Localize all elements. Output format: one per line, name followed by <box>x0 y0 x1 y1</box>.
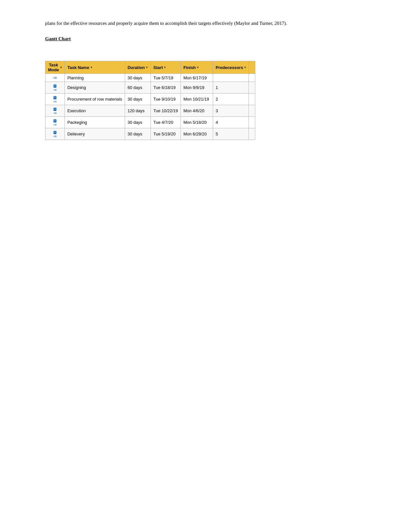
task-mode-cell: ≡ ⇒ <box>45 117 65 128</box>
task-mode-cell: ≡ ⇒ <box>45 105 65 117</box>
col-header-extra <box>249 61 255 74</box>
extra-col <box>249 128 255 140</box>
duration-cell: 120 days <box>125 105 151 117</box>
predecessors-cell <box>213 74 249 82</box>
duration-cell: 60 days <box>125 82 151 94</box>
finish-cell: Mon 5/18/20 <box>181 117 213 128</box>
predecessors-cell: 4 <box>213 117 249 128</box>
task-name-cell: Execution <box>64 105 125 117</box>
task-mode-cell: ≡ ⇒ <box>45 94 65 105</box>
task-name-cell: Designing <box>64 82 125 94</box>
col-header-start[interactable]: Start ▾ <box>151 61 181 74</box>
table-row: ≡ ⇒ Designing60 daysTue 6/18/19Mon 9/9/1… <box>45 82 255 94</box>
manual-schedule-icon: ≡ ⇒ <box>53 84 57 92</box>
finish-dropdown-icon[interactable]: ▾ <box>197 66 199 69</box>
auto-schedule-icon: ⇒ <box>53 75 57 81</box>
gantt-table: TaskMode ▾ Task Name ▾ Duration ▾ <box>45 61 255 140</box>
table-row: ≡ ⇒ Packeging30 daysTue 4/7/20Mon 5/18/2… <box>45 117 255 128</box>
intro-paragraph: plans for the effective resources and pr… <box>45 19 372 27</box>
extra-col <box>249 105 255 117</box>
start-cell: Tue 5/19/20 <box>151 128 181 140</box>
task-name-dropdown-icon[interactable]: ▾ <box>91 66 92 69</box>
manual-schedule-icon: ≡ ⇒ <box>53 108 57 115</box>
start-cell: Tue 6/18/19 <box>151 82 181 94</box>
start-cell: Tue 10/22/19 <box>151 105 181 117</box>
col-header-task-name[interactable]: Task Name ▾ <box>64 61 125 74</box>
task-name-cell: Planning <box>64 74 125 82</box>
table-row: ≡ ⇒ Procurement of row materials30 daysT… <box>45 94 255 105</box>
task-mode-dropdown-icon[interactable]: ▾ <box>60 66 62 69</box>
manual-schedule-icon: ≡ ⇒ <box>53 96 57 104</box>
finish-cell: Mon 4/6/20 <box>181 105 213 117</box>
finish-cell: Mon 10/21/19 <box>181 94 213 105</box>
predecessors-cell: 3 <box>213 105 249 117</box>
manual-schedule-icon: ≡ ⇒ <box>53 131 57 139</box>
table-row: ≡ ⇒ Execution120 daysTue 10/22/19Mon 4/6… <box>45 105 255 117</box>
col-header-task-mode[interactable]: TaskMode ▾ <box>45 61 65 74</box>
task-mode-cell: ⇒ <box>45 74 65 82</box>
section-title: Gantt Chart <box>45 36 372 42</box>
col-header-predecessors[interactable]: Predecessors ▾ <box>213 61 249 74</box>
duration-cell: 30 days <box>125 74 151 82</box>
manual-schedule-icon: ≡ ⇒ <box>53 119 57 127</box>
start-cell: Tue 4/7/20 <box>151 117 181 128</box>
table-row: ⇒Planning30 daysTue 5/7/19Mon 6/17/19 <box>45 74 255 82</box>
duration-cell: 30 days <box>125 94 151 105</box>
extra-col <box>249 82 255 94</box>
task-name-cell: Delievery <box>64 128 125 140</box>
gantt-table-wrapper: TaskMode ▾ Task Name ▾ Duration ▾ <box>45 61 372 140</box>
finish-cell: Mon 6/29/20 <box>181 128 213 140</box>
finish-cell: Mon 6/17/19 <box>181 74 213 82</box>
col-header-duration[interactable]: Duration ▾ <box>125 61 151 74</box>
start-cell: Tue 5/7/19 <box>151 74 181 82</box>
extra-col <box>249 117 255 128</box>
task-name-cell: Packeging <box>64 117 125 128</box>
col-header-finish[interactable]: Finish ▾ <box>181 61 213 74</box>
duration-cell: 30 days <box>125 128 151 140</box>
task-mode-cell: ≡ ⇒ <box>45 82 65 94</box>
task-name-cell: Procurement of row materials <box>64 94 125 105</box>
predecessors-cell: 1 <box>213 82 249 94</box>
start-cell: Tue 9/10/19 <box>151 94 181 105</box>
duration-cell: 30 days <box>125 117 151 128</box>
start-dropdown-icon[interactable]: ▾ <box>164 66 166 69</box>
task-mode-cell: ≡ ⇒ <box>45 128 65 140</box>
duration-dropdown-icon[interactable]: ▾ <box>146 66 148 69</box>
extra-col <box>249 74 255 82</box>
predecessors-dropdown-icon[interactable]: ▾ <box>244 66 246 69</box>
table-row: ≡ ⇒ Delievery30 daysTue 5/19/20Mon 6/29/… <box>45 128 255 140</box>
predecessors-cell: 5 <box>213 128 249 140</box>
extra-col <box>249 94 255 105</box>
predecessors-cell: 2 <box>213 94 249 105</box>
finish-cell: Mon 9/9/19 <box>181 82 213 94</box>
